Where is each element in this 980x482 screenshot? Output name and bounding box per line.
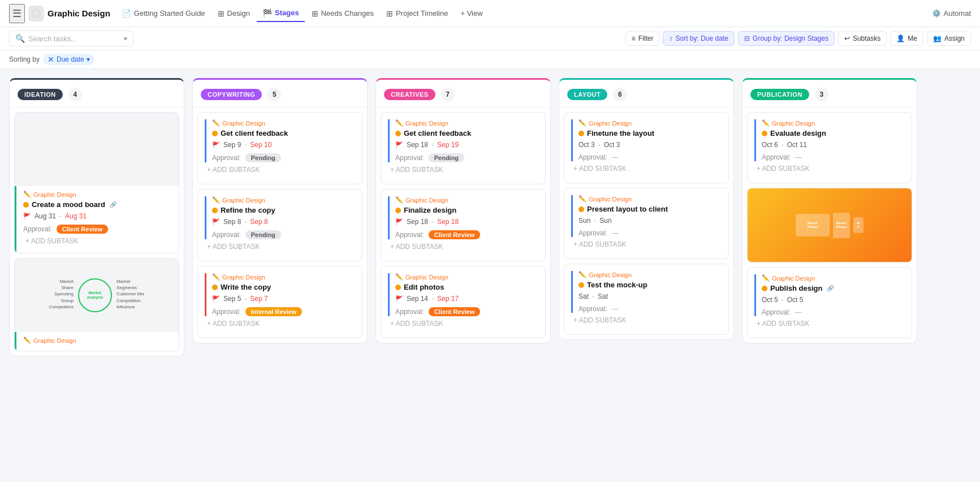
card-inner: ✏️ Graphic Design Edit photos 🚩 Sep 14 -…	[388, 273, 538, 316]
creatives-badge: CREATIVES	[384, 89, 435, 100]
list-item[interactable]: ✏️ Graphic Design Present layout to clie…	[564, 188, 729, 259]
pencil-icon: ✏️	[23, 337, 31, 344]
list-item[interactable]: ✏️ Graphic Design Get client feedback 🚩 …	[381, 112, 546, 184]
column-header-ideation: IDEATION 4	[10, 80, 184, 107]
task-project: ✏️ Graphic Design	[212, 119, 355, 127]
sort-button[interactable]: ↕ Sort by: Due date	[663, 31, 734, 46]
add-subtask-button[interactable]: + ADD SUBTASK	[205, 239, 355, 254]
task-dates: Sun - Sun	[578, 217, 722, 225]
task-dates: Sat - Sat	[578, 292, 722, 300]
ideation-count: 4	[68, 88, 82, 101]
add-subtask-button[interactable]: + ADD SUBTASK	[388, 316, 538, 331]
list-icon: ⊞	[312, 9, 318, 18]
add-subtask-button[interactable]: + ADD SUBTASK	[205, 162, 355, 177]
task-dates: Oct 6 - Oct 11	[762, 141, 905, 149]
list-item[interactable]: ✏️ Graphic Design Evaluate design Oct 6 …	[747, 112, 912, 183]
task-dates: Oct 3 - Oct 3	[578, 141, 722, 149]
group-button[interactable]: ⊟ Group by: Design Stages	[738, 31, 835, 46]
device-mockup-image: BeachPlease BeachPlease BP	[748, 188, 912, 262]
card-inner: ✏️ Graphic Design Get client feedback 🚩 …	[205, 119, 355, 162]
link-icon: 🔗	[110, 201, 116, 208]
tab-design[interactable]: ⊞ Design	[212, 6, 256, 21]
add-subtask-button[interactable]: + ADD SUBTASK	[388, 239, 538, 254]
pencil-icon: ✏️	[395, 196, 403, 204]
list-item[interactable]: ✏️ Graphic Design Finetune the layout Oc…	[564, 112, 729, 183]
layout-count: 6	[613, 88, 627, 101]
add-subtask-button[interactable]: + ADD SUBTASK	[205, 316, 355, 331]
tab-stages[interactable]: 🏁 Stages	[257, 5, 305, 22]
sort-direction-icon: ▾	[87, 55, 90, 63]
list-item[interactable]: ✏️ Graphic Design Get client feedback 🚩 …	[197, 112, 362, 184]
tab-needs-changes[interactable]: ⊞ Needs Changes	[306, 6, 379, 21]
remove-sort-icon[interactable]: ✕	[48, 55, 54, 64]
column-copywriting: COPYWRITING 5 ✏️ Graphic Design Get clie…	[192, 78, 368, 343]
assign-button[interactable]: 👥 Assign	[927, 31, 971, 46]
pencil-icon: ✏️	[762, 274, 770, 282]
card-inner: ✏️ Graphic Design Publish design 🔗 Oct 5…	[754, 274, 905, 316]
list-item[interactable]: ✏️ Graphic Design Publish design 🔗 Oct 5…	[747, 267, 912, 338]
task-approval: Approval: —	[578, 305, 722, 313]
task-card-market[interactable]: MarketShareSpendingGroupCompetitors Mark…	[14, 258, 179, 351]
market-card-bottom: ✏️ Graphic Design	[15, 332, 179, 351]
tab-project-timeline[interactable]: ⊞ Project Timeline	[381, 6, 454, 21]
automate-button[interactable]: ⚙️ Automat	[932, 9, 971, 18]
timeline-icon: ⊞	[386, 9, 393, 18]
project-title: Graphic Design	[48, 8, 110, 18]
column-header-creatives: CREATIVES 7	[376, 80, 550, 107]
task-card-mood-board[interactable]: ✏️ Graphic Design Create a mood board 🔗 …	[14, 112, 179, 253]
list-item[interactable]: ✏️ Graphic Design Test the mock-up Sat -…	[564, 264, 729, 335]
tab-getting-started[interactable]: 📄 Getting Started Guide	[116, 6, 211, 21]
me-button[interactable]: 👤 Me	[890, 31, 923, 46]
toolbar-right: ≡ Filter ↕ Sort by: Due date ⊟ Group by:…	[625, 31, 971, 46]
add-subtask-button[interactable]: + ADD SUBTASK	[571, 161, 722, 176]
add-subtask-button[interactable]: + ADD SUBTASK	[23, 234, 172, 248]
subtasks-button[interactable]: ↩ Subtasks	[838, 31, 887, 46]
mood-board-grid	[96, 113, 97, 186]
task-approval: Approval: Internal Review	[212, 307, 355, 316]
link-icon: 🔗	[827, 285, 834, 291]
status-dot	[578, 282, 584, 288]
task-dates: 🚩 Sep 18 - Sep 19	[395, 141, 538, 149]
task-title: Test the mock-up	[578, 281, 722, 289]
approval-badge: Internal Review	[245, 307, 303, 316]
add-subtask-button[interactable]: + ADD SUBTASK	[754, 316, 905, 331]
flag-icon: 🚩	[212, 141, 220, 149]
sort-tag[interactable]: ✕ Due date ▾	[43, 54, 94, 65]
add-subtask-button[interactable]: + ADD SUBTASK	[571, 237, 722, 252]
task-project: ✏️ Graphic Design	[23, 337, 172, 344]
mood-board-card-bottom: ✏️ Graphic Design Create a mood board 🔗 …	[15, 186, 179, 253]
status-dot	[395, 285, 401, 290]
card-inner: ✏️ Graphic Design Test the mock-up Sat -…	[571, 271, 722, 313]
pencil-icon: ✏️	[212, 273, 220, 281]
add-subtask-button[interactable]: + ADD SUBTASK	[754, 161, 905, 176]
task-dates: 🚩 Aug 31 - Aug 31	[23, 212, 172, 220]
list-item[interactable]: ✏️ Graphic Design Edit photos 🚩 Sep 14 -…	[381, 266, 546, 338]
add-view-button[interactable]: + View	[455, 6, 488, 21]
sort-bar: Sorting by ✕ Due date ▾	[0, 50, 980, 69]
status-dot	[395, 208, 401, 213]
filter-button[interactable]: ≡ Filter	[625, 31, 660, 46]
kanban-board: IDEATION 4 ✏️ Graphic Design Create a	[0, 69, 980, 365]
column-header-copywriting: COPYWRITING 5	[193, 80, 367, 107]
list-item[interactable]: ✏️ Graphic Design Finalize design 🚩 Sep …	[381, 189, 546, 261]
sort-icon: ↕	[669, 35, 672, 42]
card-inner: ✏️ Graphic Design Evaluate design Oct 6 …	[754, 119, 905, 161]
list-item[interactable]: ✏️ Graphic Design Write the copy 🚩 Sep 5…	[197, 266, 362, 338]
status-dot	[578, 131, 584, 136]
task-project: ✏️ Graphic Design	[578, 195, 722, 203]
hamburger-menu[interactable]: ☰	[9, 4, 25, 23]
add-subtask-button[interactable]: + ADD SUBTASK	[388, 162, 538, 177]
task-title: Edit photos	[395, 283, 538, 291]
task-title: Finetune the layout	[578, 129, 722, 137]
card-inner: ✏️ Graphic Design Finalize design 🚩 Sep …	[388, 196, 538, 239]
list-item[interactable]: ✏️ Graphic Design Refine the copy 🚩 Sep …	[197, 189, 362, 261]
add-subtask-button[interactable]: + ADD SUBTASK	[571, 313, 722, 328]
task-project: ✏️ Graphic Design	[578, 271, 722, 278]
search-box[interactable]: 🔍 Search tasks... ▾	[9, 31, 133, 46]
publication-count: 3	[815, 88, 828, 101]
approval-badge: Client Review	[57, 225, 109, 234]
publication-badge: PUBLICATION	[750, 89, 809, 100]
task-project: ✏️ Graphic Design	[762, 274, 905, 282]
task-card-device[interactable]: BeachPlease BeachPlease BP	[747, 188, 912, 262]
task-approval: Approval: —	[578, 153, 722, 161]
